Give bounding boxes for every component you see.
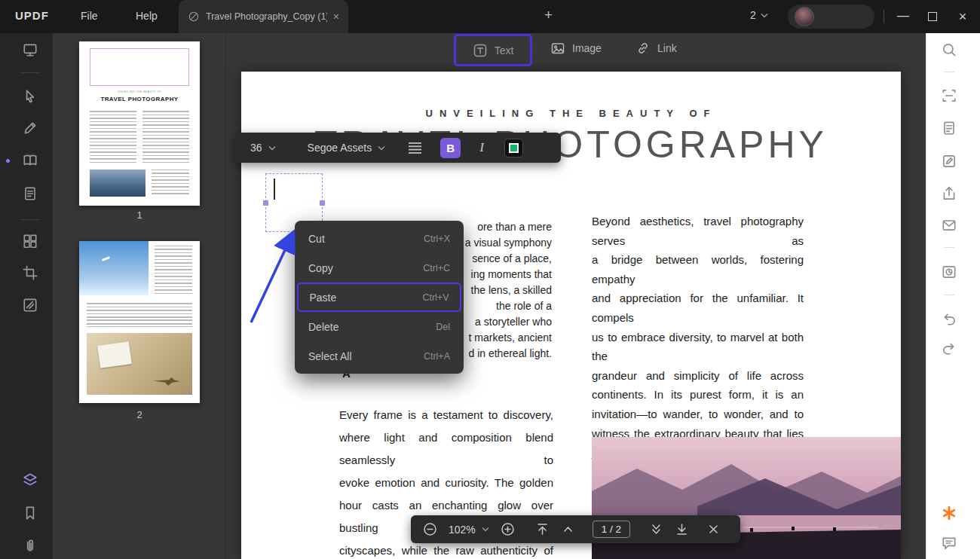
history-icon[interactable] (941, 264, 957, 280)
rail-divider (944, 247, 954, 248)
reader-mode-icon[interactable] (22, 152, 38, 169)
page-indicator[interactable]: 1 / 2 (593, 521, 630, 538)
redo-icon[interactable] (941, 340, 957, 356)
thumb2-sky-image (79, 241, 149, 295)
text-tool-button[interactable]: Text (454, 34, 532, 66)
menu-item-cut[interactable]: Cut Ctrl+X (295, 224, 464, 253)
plane-silhouette (153, 377, 180, 386)
active-tool-indicator (6, 159, 10, 163)
text-line: us to embrace diversity, to marvel at bo… (592, 328, 804, 366)
text-icon (473, 43, 488, 58)
app-logo: UPDF (15, 9, 49, 22)
menu-label: Paste (310, 292, 337, 304)
email-icon[interactable] (941, 217, 957, 234)
link-tool-button[interactable]: Link (635, 41, 677, 56)
font-size-select[interactable]: 36 (250, 142, 262, 154)
thumb1-title: TRAVEL PHOTOGRAPHY (79, 96, 200, 102)
file-menu[interactable]: File (81, 10, 98, 22)
align-justify-icon[interactable] (408, 142, 422, 154)
page-view-icon[interactable] (22, 185, 38, 202)
resize-handle-right[interactable] (320, 200, 325, 206)
close-toolbar-icon[interactable] (706, 522, 721, 536)
summarize-icon[interactable] (941, 120, 957, 136)
titlebar-separator (884, 10, 884, 23)
previous-page-icon[interactable] (561, 522, 575, 536)
menu-item-select-all[interactable]: Select All Ctrl+A (295, 341, 464, 371)
attachment-icon[interactable] (22, 537, 38, 554)
menu-label: Select All (308, 350, 352, 362)
text-color-picker[interactable] (504, 139, 523, 157)
watermark-icon[interactable] (22, 297, 38, 313)
document-tab[interactable]: Travel Photography_Copy (1)* × (179, 0, 348, 33)
ocr-icon[interactable] (941, 87, 957, 104)
menu-shortcut: Ctrl+C (423, 263, 450, 273)
close-window-button[interactable]: × (954, 9, 972, 25)
font-family-select[interactable]: Segoe Assets (308, 142, 372, 154)
left-toolbar-rail (0, 33, 53, 559)
ai-assistant-icon[interactable] (941, 505, 957, 521)
rail-divider (944, 72, 954, 72)
last-page-icon[interactable] (675, 522, 689, 536)
crop-page-icon[interactable] (22, 264, 38, 281)
zoom-level[interactable]: 102% (449, 524, 489, 536)
chevron-down-icon (761, 13, 768, 18)
annotate-icon[interactable] (941, 153, 957, 170)
chevron-down-icon[interactable] (268, 145, 276, 151)
link-icon (635, 41, 651, 56)
image-tool-button[interactable]: Image (550, 41, 602, 56)
zoom-out-icon[interactable] (423, 522, 437, 536)
bold-button[interactable]: B (440, 138, 461, 158)
thumbnail-view-icon[interactable] (22, 41, 38, 58)
thumb1-image (90, 170, 145, 197)
thumb1-eyebrow: UNVEILING THE BEAUTY OF (102, 90, 176, 93)
thumbnail-text-lines (87, 303, 192, 327)
text-line: a bridge between worlds, fostering empat… (592, 250, 804, 289)
menu-label: Cut (308, 233, 325, 245)
zoom-in-icon[interactable] (501, 522, 515, 536)
help-menu[interactable]: Help (136, 10, 158, 22)
maximize-button[interactable] (928, 12, 937, 21)
layers-icon[interactable] (22, 472, 38, 488)
text-line: grandeur and simplicity of life across (592, 366, 804, 386)
bookmark-icon[interactable] (22, 505, 38, 521)
edit-tool-icon[interactable] (22, 120, 38, 136)
plane-shape (102, 256, 110, 261)
new-tab-button[interactable]: + (544, 7, 553, 23)
share-icon[interactable] (941, 185, 957, 202)
menu-shortcut: Ctrl+X (424, 234, 450, 244)
page-number-2: 2 (79, 409, 200, 420)
minimize-button[interactable]: — (894, 9, 912, 23)
chevron-down-icon[interactable] (378, 145, 385, 151)
first-page-icon[interactable] (535, 522, 550, 536)
comment-icon[interactable] (941, 535, 957, 551)
doc-eyebrow: UNVEILING THE BEAUTY OF (241, 108, 901, 119)
right-toolbar-rail (926, 33, 980, 559)
page-thumbnail-2[interactable] (79, 241, 200, 403)
next-page-icon[interactable] (649, 522, 663, 536)
select-tool-icon[interactable] (22, 88, 38, 105)
text-line: where light and composition blend seamle… (339, 426, 553, 472)
menu-shortcut: Ctrl+A (424, 351, 450, 362)
italic-button[interactable]: I (477, 141, 486, 154)
polaroid-shape (97, 341, 132, 368)
organize-pages-icon[interactable] (22, 233, 38, 249)
tab-close-icon[interactable]: × (333, 11, 339, 23)
menu-item-paste[interactable]: Paste Ctrl+V (297, 283, 461, 312)
edit-disabled-icon (188, 11, 200, 23)
undo-icon[interactable] (941, 310, 957, 327)
avatar[interactable] (795, 7, 814, 26)
account-pill[interactable] (788, 5, 874, 29)
link-tool-label: Link (657, 42, 677, 54)
tab-title: Travel Photography_Copy (1)* (206, 11, 327, 22)
text-line: Every frame is a testament to discovery, (339, 404, 553, 426)
menu-label: Copy (308, 262, 333, 274)
resize-handle-left[interactable] (263, 200, 268, 206)
menu-shortcut: Del (436, 322, 450, 332)
menu-item-copy[interactable]: Copy Ctrl+C (295, 253, 464, 283)
search-icon[interactable] (941, 41, 957, 58)
notification-badge[interactable]: 2 (750, 9, 768, 21)
menu-item-delete[interactable]: Delete Del (295, 312, 464, 341)
context-menu: Cut Ctrl+X Copy Ctrl+C Paste Ctrl+V Dele… (295, 221, 464, 374)
page-thumbnail-1[interactable]: UNVEILING THE BEAUTY OF TRAVEL PHOTOGRAP… (79, 41, 200, 206)
text-line: Beyond aesthetics, travel photography se… (592, 212, 804, 250)
